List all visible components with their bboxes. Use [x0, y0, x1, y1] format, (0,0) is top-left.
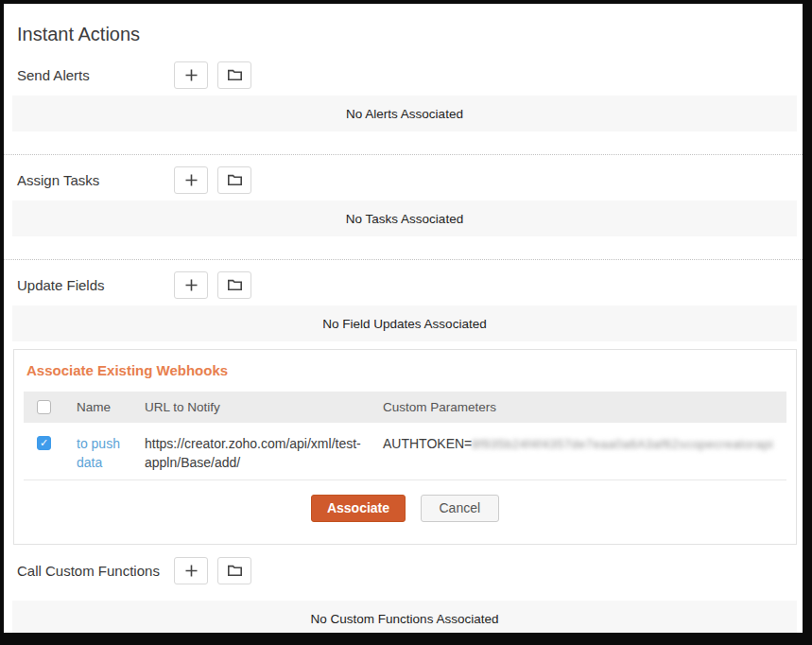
webhook-row-checkbox[interactable]: ✓	[37, 436, 51, 450]
section-call-custom-functions: Call Custom Functions	[17, 556, 803, 584]
plus-icon	[184, 68, 199, 82]
section-update-fields: Update Fields	[17, 270, 803, 299]
empty-banner-field-updates: No Field Updates Associated	[12, 305, 797, 341]
add-custom-function-button[interactable]	[174, 557, 208, 584]
webhook-param-key: AUTHTOKEN=	[383, 436, 472, 451]
empty-banner-alerts: No Alerts Associated	[12, 96, 797, 131]
webhooks-table: Name URL to Notify Custom Parameters ✓ t…	[24, 392, 786, 480]
section-send-alerts: Send Alerts	[17, 61, 803, 89]
empty-text-tasks: No Tasks Associated	[346, 212, 463, 226]
instant-actions-panel: Instant Actions Send Alerts No Alerts As…	[4, 4, 803, 633]
empty-banner-tasks: No Tasks Associated	[12, 200, 797, 236]
section-label-assign-tasks: Assign Tasks	[17, 172, 174, 188]
associate-button[interactable]: Associate	[311, 495, 406, 522]
section-label-update-fields: Update Fields	[17, 277, 174, 293]
plus-icon	[184, 564, 199, 578]
empty-text-custom-functions: No Custom Functions Associated	[311, 612, 499, 626]
browse-custom-functions-button[interactable]	[217, 557, 251, 584]
webhooks-actions: Associate Cancel	[24, 495, 786, 522]
page-title: Instant Actions	[4, 4, 803, 47]
section-assign-tasks: Assign Tasks	[17, 166, 803, 194]
browse-alerts-button[interactable]	[217, 61, 251, 89]
webhook-param-value-redacted: 8f935b24f4f4357de7eaa0a6A3af62scopecreat…	[472, 437, 773, 451]
add-alert-button[interactable]	[174, 61, 208, 89]
empty-banner-custom-functions: No Custom Functions Associated	[12, 601, 797, 633]
plus-icon	[184, 278, 199, 292]
select-all-checkbox[interactable]	[37, 400, 51, 414]
cancel-button[interactable]: Cancel	[421, 495, 500, 522]
folder-icon	[227, 278, 243, 291]
associate-webhooks-panel: Associate Existing Webhooks Name URL to …	[13, 349, 797, 545]
column-header-name: Name	[61, 392, 130, 423]
webhook-row: ✓ to push data https://creator.zoho.com/…	[24, 423, 786, 480]
add-field-update-button[interactable]	[174, 271, 208, 299]
section-divider	[4, 259, 803, 260]
section-label-call-custom-functions: Call Custom Functions	[17, 563, 174, 579]
plus-icon	[184, 173, 199, 187]
section-label-send-alerts: Send Alerts	[17, 67, 174, 83]
webhook-url: https://creator.zoho.com/api/xml/test-ap…	[145, 434, 368, 472]
check-icon: ✓	[40, 438, 48, 448]
folder-icon	[227, 68, 243, 81]
webhooks-header-row: Name URL to Notify Custom Parameters	[24, 392, 786, 423]
folder-icon	[227, 564, 243, 577]
column-header-url: URL to Notify	[130, 392, 368, 423]
folder-icon	[227, 173, 243, 186]
browse-field-updates-button[interactable]	[217, 271, 251, 299]
browse-tasks-button[interactable]	[217, 166, 251, 194]
webhooks-panel-title: Associate Existing Webhooks	[26, 361, 786, 380]
column-header-params: Custom Parameters	[368, 392, 786, 423]
webhook-name-link[interactable]: to push data	[77, 436, 120, 470]
empty-text-alerts: No Alerts Associated	[346, 107, 463, 121]
empty-text-field-updates: No Field Updates Associated	[322, 317, 486, 331]
add-task-button[interactable]	[174, 166, 208, 194]
section-divider	[4, 154, 803, 155]
